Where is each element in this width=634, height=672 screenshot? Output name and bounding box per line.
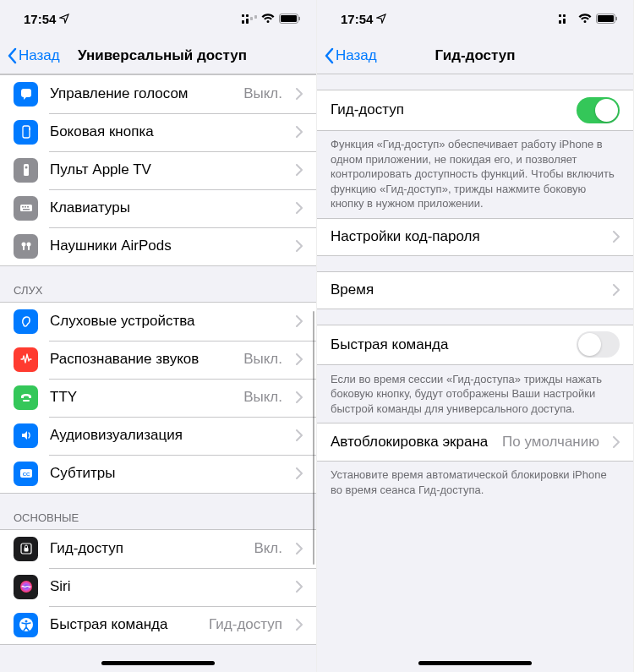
- list-item[interactable]: Наушники AirPods: [0, 227, 316, 265]
- subtitles-icon: CC: [14, 462, 38, 486]
- back-button[interactable]: Назад: [7, 47, 60, 64]
- keyboard-icon: [14, 196, 38, 221]
- svg-point-31: [25, 620, 27, 623]
- nav-bar: Назад Универсальный доступ: [0, 37, 316, 74]
- home-indicator[interactable]: [418, 661, 532, 665]
- row-label: Боковая кнопка: [50, 123, 284, 140]
- chevron-right-icon: [296, 202, 303, 214]
- list-item[interactable]: Аудиовизуализация: [0, 417, 316, 455]
- chevron-right-icon: [613, 284, 620, 296]
- toggle-shortcut[interactable]: [577, 331, 620, 358]
- list-item[interactable]: TTYВыкл.: [0, 379, 316, 417]
- row-label: Наушники AirPods: [50, 238, 284, 254]
- row-value: По умолчанию: [502, 434, 599, 451]
- svg-rect-28: [24, 548, 28, 552]
- svg-rect-0: [242, 20, 244, 24]
- row-value: Выкл.: [243, 351, 282, 368]
- cell-icon: [242, 14, 257, 24]
- guided-access-icon: [14, 537, 38, 561]
- svg-rect-12: [29, 128, 30, 130]
- content-scroll[interactable]: Гид-доступ Функция «Гид-доступ» обеспечи…: [317, 74, 633, 672]
- chevron-right-icon: [296, 581, 303, 593]
- list-item[interactable]: Слуховые устройства: [0, 303, 316, 341]
- home-indicator[interactable]: [101, 661, 215, 665]
- section-header: ОСНОВНЫЕ: [0, 493, 316, 529]
- audio-vis-icon: [14, 423, 38, 448]
- row-passcode-settings[interactable]: Настройки код-пароля: [317, 218, 633, 255]
- chevron-right-icon: [296, 240, 303, 252]
- row-label: Пульт Apple TV: [50, 161, 284, 178]
- content-scroll[interactable]: Управление голосомВыкл.Боковая кнопкаПул…: [0, 74, 316, 672]
- toggle-guided-access[interactable]: [577, 97, 620, 123]
- row-label: Быстрая команда: [331, 336, 565, 353]
- row-label: Клавиатуры: [50, 199, 284, 216]
- status-bar: 17:54: [0, 0, 316, 37]
- status-bar: 17:54: [317, 0, 633, 37]
- list-item[interactable]: Гид-доступВкл.: [0, 530, 316, 568]
- side-button-icon: [14, 120, 38, 145]
- row-label: Субтитры: [50, 465, 284, 482]
- airpods-icon: [14, 234, 38, 259]
- row-label: Быстрая команда: [50, 616, 197, 633]
- chevron-right-icon: [296, 543, 303, 555]
- section-footer: Функция «Гид-доступ» обеспечивает работу…: [317, 130, 633, 218]
- scroll-indicator[interactable]: [313, 311, 315, 565]
- row-value: Выкл.: [243, 85, 282, 102]
- phone-guided-access: 17:54 Назад Гид-доступ Гид-доступ Функци…: [317, 0, 634, 672]
- battery-icon: [596, 14, 618, 24]
- row-time-limits[interactable]: Время: [317, 271, 633, 309]
- chevron-right-icon: [296, 429, 303, 441]
- row-autolock[interactable]: Автоблокировка экрана По умолчанию: [317, 423, 633, 461]
- svg-rect-34: [559, 14, 561, 17]
- list-item[interactable]: Боковая кнопка: [0, 113, 316, 151]
- svg-rect-33: [563, 19, 566, 24]
- svg-rect-18: [27, 206, 29, 208]
- svg-rect-17: [25, 206, 26, 208]
- chevron-right-icon: [296, 315, 303, 327]
- svg-rect-9: [299, 17, 301, 20]
- row-accessibility-shortcut[interactable]: Быстрая команда: [317, 325, 633, 364]
- row-label: Время: [331, 281, 601, 298]
- svg-rect-6: [246, 14, 249, 17]
- svg-rect-21: [23, 245, 25, 250]
- row-label: Управление голосом: [50, 85, 232, 102]
- section-footer: Установите время автоматической блокиров…: [317, 461, 633, 504]
- tty-icon: [14, 385, 38, 410]
- list-item[interactable]: Клавиатуры: [0, 189, 316, 227]
- hearing-icon: [14, 309, 38, 334]
- cell-icon: [559, 14, 574, 24]
- row-label: Автоблокировка экрана: [331, 434, 490, 451]
- list-item[interactable]: Управление голосомВыкл.: [0, 75, 316, 113]
- phone-accessibility: 17:54 Назад Универсальный доступ Управле…: [0, 0, 317, 672]
- chevron-left-icon: [324, 47, 334, 64]
- svg-rect-23: [28, 245, 30, 250]
- chevron-right-icon: [296, 164, 303, 176]
- list-item[interactable]: Распознавание звуковВыкл.: [0, 341, 316, 379]
- svg-rect-15: [20, 205, 32, 211]
- row-label: Siri: [50, 578, 284, 595]
- svg-rect-8: [281, 15, 297, 22]
- svg-rect-13: [24, 164, 29, 176]
- list-item[interactable]: Пульт Apple TV: [0, 151, 316, 189]
- svg-point-14: [25, 167, 27, 169]
- row-value: Вкл.: [254, 540, 282, 557]
- row-label: Гид-доступ: [331, 101, 565, 118]
- back-button[interactable]: Назад: [324, 47, 377, 64]
- row-label: Распознавание звуков: [50, 351, 232, 368]
- status-time: 17:54: [24, 12, 56, 26]
- svg-rect-11: [23, 126, 30, 138]
- list-item[interactable]: Siri: [0, 568, 316, 606]
- status-time: 17:54: [341, 12, 373, 26]
- row-guided-access[interactable]: Гид-доступ: [317, 90, 633, 130]
- nav-bar: Назад Гид-доступ: [317, 37, 633, 74]
- chevron-right-icon: [296, 88, 303, 100]
- row-label: Настройки код-пароля: [331, 228, 601, 245]
- location-icon: [376, 14, 386, 24]
- wifi-icon: [578, 14, 592, 24]
- section-footer: Если во время сессии «Гид-доступа» трижд…: [317, 365, 633, 423]
- list-item[interactable]: CCСубтитры: [0, 455, 316, 493]
- shortcut-icon: [14, 613, 38, 637]
- row-label: TTY: [50, 389, 232, 406]
- list-item[interactable]: Быстрая командаГид-доступ: [0, 606, 316, 644]
- row-label: Аудиовизуализация: [50, 427, 284, 444]
